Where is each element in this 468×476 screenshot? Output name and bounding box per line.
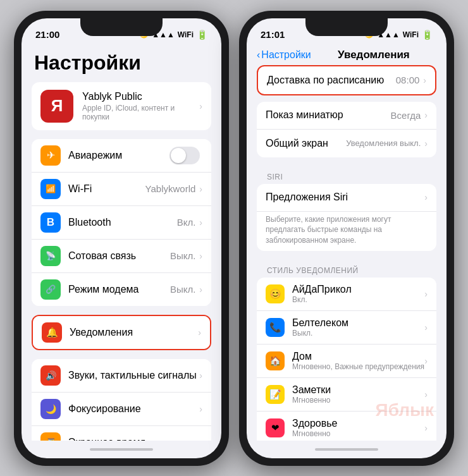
hotspot-row[interactable]: 🔗 Режим модема Выкл. ›: [32, 273, 211, 306]
preview-label: Показ миниатюр: [266, 109, 391, 121]
bluetooth-row[interactable]: B Bluetooth Вкл. ›: [32, 206, 211, 240]
status-time-right: 21:01: [261, 29, 285, 40]
app-name-health: Здоровье: [292, 418, 424, 429]
focus-icon: 🌙: [40, 399, 61, 419]
app-row-notes[interactable]: 📝 Заметки Мгновенно ›: [257, 378, 436, 412]
wifi-value: Yablykworld: [145, 183, 196, 194]
app-sub-home: Мгновенно, Важные предупреждения: [292, 362, 424, 371]
screentime-chevron: ›: [199, 437, 202, 441]
sounds-icon: 🔊: [40, 365, 61, 386]
focus-chevron: ›: [199, 404, 202, 414]
siri-description: Выберите, какие приложения могут предлаг…: [257, 212, 436, 251]
notifications-section[interactable]: 🔔 Уведомления ›: [32, 315, 211, 350]
apps-section: 😊 АйДаПрикол Вкл. › 📞 Белтелеком Выкл.: [257, 278, 436, 441]
app-label-aidaprikol: АйДаПрикол Вкл.: [292, 284, 424, 304]
profile-sub: Apple ID, iCloud, контент и покупки: [82, 104, 199, 121]
style-section-header: СТИЛЬ УВЕДОМЛЕНИЙ: [257, 257, 436, 278]
profile-row[interactable]: Я Yablyk Public Apple ID, iCloud, контен…: [32, 82, 211, 130]
wifi-chevron: ›: [199, 184, 202, 194]
profile-section[interactable]: Я Yablyk Public Apple ID, iCloud, контен…: [32, 82, 211, 130]
screenview-chevron: ›: [424, 138, 428, 149]
app-row-aidaprikol[interactable]: 😊 АйДаПрикол Вкл. ›: [257, 278, 436, 311]
screenview-value: Уведомления выкл.: [346, 138, 421, 148]
preview-value: Всегда: [391, 110, 421, 121]
wifi-label: Wi-Fi: [68, 183, 145, 195]
connectivity-section: ✈ Авиарежим 📶 Wi-Fi Yablykworld › B: [32, 139, 211, 306]
hotspot-icon: 🔗: [40, 279, 61, 300]
app-sub-notes: Мгновенно: [292, 396, 424, 405]
battery-icon-right: 🔋: [422, 30, 433, 40]
app-name-home: Дом: [292, 351, 424, 362]
hotspot-value: Выкл.: [170, 284, 195, 295]
app-sub-beltelecom: Выкл.: [292, 329, 424, 338]
siri-label: Предложения Siri: [266, 192, 424, 203]
status-time-left: 21:00: [35, 29, 59, 40]
app-name-aidaprikol: АйДаПрикол: [292, 284, 424, 295]
settings-list: Я Yablyk Public Apple ID, iCloud, контен…: [22, 82, 221, 441]
wifi-row[interactable]: 📶 Wi-Fi Yablykworld ›: [32, 173, 211, 206]
bluetooth-label: Bluetooth: [68, 217, 177, 228]
battery-icon-left: 🔋: [197, 30, 207, 40]
app-name-notes: Заметки: [292, 384, 424, 396]
cellular-label: Сотовая связь: [68, 250, 170, 262]
notifications-list: Доставка по расписанию 08:00 › Показ мин…: [247, 65, 446, 441]
app-row-home[interactable]: 🏠 Дом Мгновенно, Важные предупреждения ›: [257, 345, 436, 378]
focus-row[interactable]: 🌙 Фокусирование ›: [32, 393, 211, 426]
screentime-row[interactable]: ⏳ Экранное время ›: [32, 426, 211, 441]
nav-bar-right: ‹ Настройки Уведомления: [247, 46, 446, 65]
home-bar-right: [247, 441, 446, 458]
cellular-chevron: ›: [199, 251, 202, 261]
app-sub-health: Мгновенно: [292, 429, 424, 438]
app-chevron-health: ›: [424, 423, 428, 433]
hotspot-label: Режим модема: [68, 284, 170, 295]
sounds-section: 🔊 Звуки, тактильные сигналы › 🌙 Фокусиро…: [32, 359, 211, 441]
notifications-chevron: ›: [198, 327, 201, 338]
schedule-section: Доставка по расписанию 08:00 ›: [257, 65, 436, 95]
bluetooth-chevron: ›: [199, 217, 202, 228]
schedule-label: Доставка по расписанию: [267, 75, 396, 86]
cellular-row[interactable]: 📡 Сотовая связь Выкл. ›: [32, 240, 211, 273]
preview-row[interactable]: Показ миниатюр Всегда ›: [257, 102, 436, 130]
hotspot-chevron: ›: [199, 284, 202, 295]
app-name-beltelecom: Белтелеком: [292, 317, 424, 329]
airplane-toggle[interactable]: [169, 147, 200, 164]
app-chevron-beltelecom: ›: [424, 322, 428, 333]
app-row-beltelecom[interactable]: 📞 Белтелеком Выкл. ›: [257, 311, 436, 345]
profile-name: Yablyk Public: [82, 91, 199, 102]
siri-section: Предложения Siri › Выберите, какие прило…: [257, 184, 436, 251]
bluetooth-value: Вкл.: [177, 217, 196, 228]
screentime-icon: ⏳: [40, 432, 61, 441]
app-label-health: Здоровье Мгновенно: [292, 418, 424, 438]
app-chevron-notes: ›: [424, 389, 428, 400]
wifi-icon: 📶: [40, 179, 61, 199]
preview-section: Показ миниатюр Всегда › Общий экран Увед…: [257, 102, 436, 157]
notifications-icon: 🔔: [42, 322, 62, 343]
airplane-icon: ✈: [40, 145, 61, 166]
preview-chevron: ›: [424, 110, 428, 120]
airplane-row[interactable]: ✈ Авиарежим: [32, 139, 211, 173]
notifications-label: Уведомления: [70, 327, 198, 338]
app-icon-beltelecom: 📞: [266, 318, 285, 337]
cellular-icon: 📡: [40, 246, 61, 266]
notch-right: [305, 18, 388, 36]
sounds-row[interactable]: 🔊 Звуки, тактильные сигналы ›: [32, 359, 211, 393]
profile-text: Yablyk Public Apple ID, iCloud, контент …: [82, 91, 199, 121]
schedule-row[interactable]: Доставка по расписанию 08:00 ›: [258, 66, 435, 94]
app-icon-notes: 📝: [266, 385, 285, 404]
sounds-label: Звуки, тактильные сигналы: [68, 370, 199, 381]
back-chevron-icon: ‹: [257, 49, 260, 61]
app-row-health[interactable]: ❤ Здоровье Мгновенно ›: [257, 412, 436, 441]
home-bar-line-right: [315, 448, 378, 451]
app-label-notes: Заметки Мгновенно: [292, 384, 424, 405]
schedule-chevron: ›: [423, 75, 426, 85]
notifications-row[interactable]: 🔔 Уведомления ›: [33, 316, 210, 349]
app-chevron-aidaprikol: ›: [424, 289, 428, 299]
nav-back-button[interactable]: ‹ Настройки: [257, 49, 311, 61]
yablyk-logo: Я: [40, 90, 73, 123]
siri-row[interactable]: Предложения Siri ›: [257, 184, 436, 212]
home-bar-line-left: [90, 448, 153, 451]
wifi-icon-left: WiFi: [178, 30, 194, 39]
screentime-label: Экранное время: [68, 437, 199, 441]
bluetooth-icon: B: [40, 212, 61, 233]
screenview-row[interactable]: Общий экран Уведомления выкл. ›: [257, 130, 436, 157]
